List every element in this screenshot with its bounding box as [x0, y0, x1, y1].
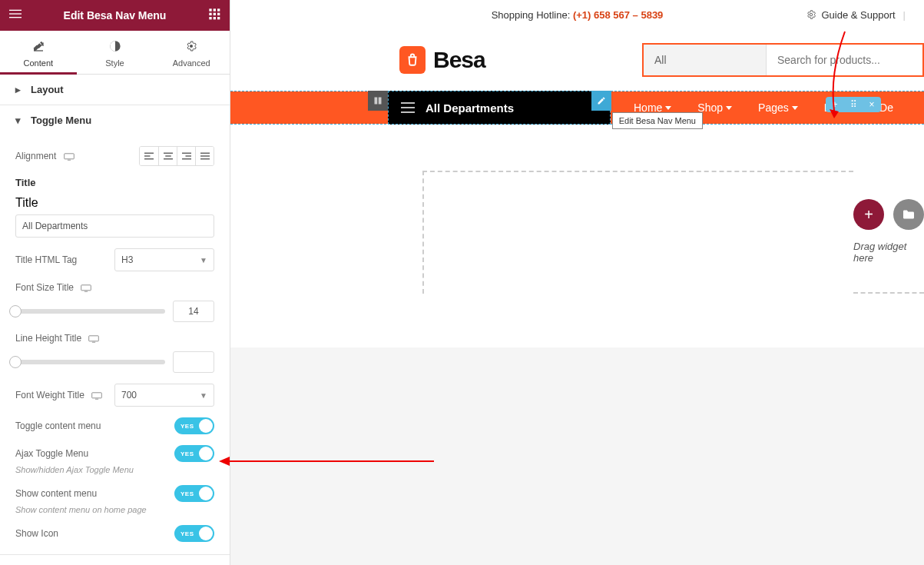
all-departments-widget[interactable]: All Departments [388, 91, 611, 125]
svg-rect-28 [81, 285, 91, 291]
drag-widget-hint: Drag widget here [853, 241, 924, 264]
line-height-title-label: Line Height Title [15, 333, 99, 344]
responsive-icon[interactable] [88, 335, 99, 343]
toggle-content-menu-label: Toggle content menu [15, 420, 101, 431]
svg-rect-38 [401, 107, 415, 108]
title-html-tag-select[interactable]: H3▼ [114, 248, 214, 271]
line-height-title-slider[interactable] [15, 360, 165, 364]
svg-rect-18 [144, 158, 154, 160]
preview-area: Shopping Hotline: (+1) 658 567 – 5839 Gu… [230, 0, 924, 565]
svg-rect-30 [89, 336, 99, 341]
chevron-down-icon: ▼ [200, 256, 207, 264]
svg-rect-10 [214, 17, 216, 19]
template-library-button[interactable] [893, 199, 924, 230]
svg-rect-37 [401, 102, 415, 104]
title-html-tag-label: Title HTML Tag [15, 254, 77, 265]
nav-link-shop[interactable]: Shop [697, 101, 732, 114]
show-content-menu-switch[interactable]: YES [174, 485, 214, 502]
svg-rect-7 [214, 13, 216, 15]
font-size-title-slider[interactable] [15, 309, 165, 314]
align-justify-button[interactable] [195, 147, 214, 165]
add-section-button[interactable]: + [826, 97, 844, 112]
preview-topbar: Shopping Hotline: (+1) 658 567 – 5839 Gu… [230, 0, 924, 29]
tab-content[interactable]: Content [0, 31, 77, 74]
svg-rect-14 [64, 154, 74, 159]
slider-thumb[interactable] [9, 305, 22, 317]
panel-tabs: Content Style Advanced [0, 31, 230, 75]
section-layout-head[interactable]: ▸ Layout [0, 75, 230, 105]
alignment-buttons [139, 146, 214, 166]
hotline-number: (+1) 658 567 – 5839 [573, 9, 663, 21]
svg-rect-36 [379, 98, 382, 105]
panel-title: Edit Besa Nav Menu [31, 9, 199, 22]
line-height-title-value[interactable] [173, 351, 214, 373]
title-label: Title [15, 196, 38, 209]
font-weight-title-select[interactable]: 700▼ [114, 384, 214, 407]
slider-thumb[interactable] [9, 356, 22, 368]
svg-rect-23 [185, 155, 191, 157]
section-layout-title: Layout [31, 84, 64, 95]
apps-grid-icon[interactable] [199, 8, 230, 23]
preview-header: Besa All [230, 29, 924, 91]
nav-link-pages[interactable]: Pages [758, 101, 798, 114]
tab-style-label: Style [77, 58, 154, 68]
svg-rect-8 [217, 13, 220, 15]
svg-rect-26 [200, 155, 210, 157]
search-input[interactable] [767, 45, 922, 75]
svg-rect-35 [375, 98, 378, 105]
section-toggle-menu-head[interactable]: ▾ Toggle Menu [0, 105, 230, 135]
guide-support-link[interactable]: Guide & Support [821, 9, 895, 21]
toggle-content-menu-switch[interactable]: YES [174, 417, 214, 434]
ajax-toggle-menu-hint: Show/hidden Ajax Toggle Menu [15, 465, 214, 474]
ajax-toggle-menu-switch[interactable]: YES [174, 445, 214, 462]
svg-point-13 [190, 45, 193, 48]
drag-section-handle[interactable]: ⠿ [844, 97, 863, 112]
svg-rect-17 [144, 155, 151, 157]
svg-rect-39 [401, 111, 415, 113]
svg-rect-21 [164, 158, 173, 160]
gear-icon [806, 9, 816, 20]
svg-rect-6 [209, 13, 211, 15]
close-section-button[interactable]: × [863, 97, 881, 112]
column-handle-icon[interactable] [368, 91, 388, 111]
site-logo[interactable]: Besa [399, 46, 485, 74]
responsive-icon[interactable] [91, 392, 102, 400]
svg-rect-4 [214, 8, 216, 11]
search-category-select[interactable]: All [644, 45, 767, 75]
chevron-down-icon [665, 106, 671, 110]
logo-text: Besa [433, 47, 485, 73]
svg-rect-11 [217, 17, 220, 19]
align-right-button[interactable] [177, 147, 195, 165]
font-weight-title-label: Font Weight Title [15, 390, 102, 400]
align-center-button[interactable] [158, 147, 177, 165]
title-input[interactable] [15, 214, 214, 238]
widget-dropzone[interactable] [422, 171, 853, 294]
responsive-icon[interactable] [81, 284, 91, 292]
hamburger-icon [401, 102, 415, 113]
svg-rect-1 [9, 13, 22, 14]
edit-widget-button[interactable] [591, 91, 611, 111]
svg-rect-2 [9, 17, 22, 18]
editor-panel: Edit Besa Nav Menu Content Style Advance… [0, 0, 230, 565]
show-icon-switch[interactable]: YES [174, 525, 214, 542]
svg-rect-0 [9, 10, 22, 11]
all-departments-label: All Departments [426, 101, 514, 115]
responsive-icon[interactable] [64, 153, 75, 161]
tab-style[interactable]: Style [77, 31, 154, 74]
tab-advanced[interactable]: Advanced [153, 31, 230, 74]
svg-rect-20 [165, 155, 171, 157]
logo-mark-icon [399, 46, 426, 74]
preview-footer-area [230, 347, 924, 565]
chevron-down-icon [726, 106, 732, 110]
align-left-button[interactable] [140, 147, 158, 165]
font-size-title-value[interactable] [173, 301, 214, 322]
widget-drop-side[interactable]: + Drag widget here [853, 171, 924, 294]
nav-row: All Departments Edit Besa Nav Menu Home … [230, 91, 924, 125]
title-heading: Title [15, 177, 36, 188]
nav-orange-bar: All Departments Edit Besa Nav Menu Home … [230, 91, 924, 124]
chevron-down-icon [792, 106, 798, 110]
hamburger-icon[interactable] [0, 8, 31, 23]
add-widget-button[interactable]: + [853, 199, 884, 230]
svg-rect-27 [200, 158, 210, 160]
tab-advanced-label: Advanced [153, 58, 230, 68]
